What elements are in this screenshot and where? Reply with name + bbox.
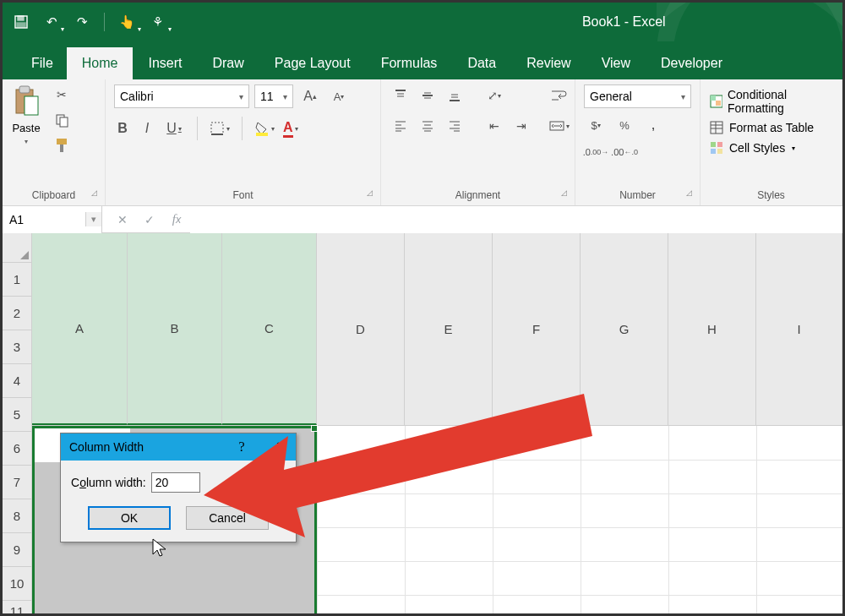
row-header[interactable]: 8 [3,499,32,533]
group-font: Calibri▾ 11▾ A▴ A▾ B I U▾ ▾ ▾ A▾ Font◿ [106,79,381,205]
row-header[interactable]: 11 [3,601,32,616]
underline-button[interactable]: U▾ [163,117,185,140]
styles-group-label: Styles [757,189,785,201]
row-header[interactable]: 4 [3,364,32,398]
tab-data[interactable]: Data [452,47,511,79]
conditional-formatting-button[interactable]: Conditional Formatting [709,88,833,115]
column-header[interactable]: C [222,233,317,425]
touch-mode-icon[interactable]: 👆▾ [115,10,139,34]
align-middle-icon[interactable] [417,84,439,106]
decrease-decimal-icon[interactable]: .00←.0 [613,142,636,162]
borders-icon[interactable]: ▾ [210,117,230,140]
close-icon[interactable]: ✕ [252,439,287,456]
copy-icon[interactable] [52,110,72,130]
row-header[interactable]: 10 [3,567,32,601]
align-bottom-icon[interactable] [444,84,466,106]
comma-format-icon[interactable]: , [641,115,665,135]
help-icon[interactable]: ? [232,439,252,455]
svg-rect-8 [57,139,67,144]
fill-color-icon[interactable]: ▾ [254,117,275,140]
ribbon: Paste ▾ ✂ Clipboard◿ Calibri▾ 11▾ A▴ A▾ [3,79,842,206]
align-right-icon[interactable] [444,115,466,137]
insert-function-icon[interactable]: fx [163,206,190,233]
number-group-label: Number [619,189,656,201]
tab-file[interactable]: File [18,47,67,79]
orientation-icon[interactable]: ⤢▾ [483,84,505,106]
column-header[interactable]: D [317,233,405,425]
quick-access-toolbar: ↶▾ ↷ 👆▾ ⚘▾ [9,3,169,41]
worksheet: 1 2 3 4 5 6 7 8 9 10 11 A B C D E F G H … [3,233,842,616]
cancel-button[interactable]: Cancel [186,506,269,530]
share-icon[interactable]: ⚘▾ [145,10,169,34]
decrease-font-icon[interactable]: A▾ [327,84,351,108]
tab-review[interactable]: Review [511,47,586,79]
chevron-down-icon[interactable]: ▾ [85,212,101,226]
row-header[interactable]: 9 [3,533,32,567]
italic-button[interactable]: I [139,117,155,140]
accounting-format-icon[interactable]: $ ▾ [584,115,608,135]
paste-button[interactable]: Paste ▾ [11,84,41,145]
cell-styles-button[interactable]: Cell Styles▾ [709,140,833,155]
name-box[interactable]: A1▾ [3,206,102,233]
svg-rect-10 [211,123,223,134]
column-width-input[interactable] [151,472,200,493]
tab-insert[interactable]: Insert [133,47,197,79]
alignment-launcher-icon[interactable]: ◿ [558,187,570,199]
font-family-select[interactable]: Calibri▾ [114,84,249,108]
percent-format-icon[interactable]: % [613,115,636,135]
bold-button[interactable]: B [114,117,131,140]
tab-draw[interactable]: Draw [197,47,259,79]
row-header[interactable]: 5 [3,398,32,432]
row-header[interactable]: 6 [3,432,32,466]
undo-icon[interactable]: ↶▾ [40,10,63,34]
column-header[interactable]: I [756,233,842,425]
save-icon[interactable] [9,10,33,34]
increase-decimal-icon[interactable]: .0.00→ [584,142,608,162]
tab-view[interactable]: View [586,47,646,79]
align-center-icon[interactable] [417,115,439,137]
cut-icon[interactable]: ✂ [52,84,72,105]
wrap-text-icon[interactable] [546,84,571,106]
decrease-indent-icon[interactable]: ⇤ [483,115,505,137]
number-format-select[interactable]: General▾ [584,84,691,108]
cancel-formula-icon[interactable]: ✕ [109,206,136,233]
tab-developer[interactable]: Developer [646,47,738,79]
clipboard-launcher-icon[interactable]: ◿ [88,187,100,199]
column-header[interactable]: B [128,233,222,425]
column-header[interactable]: E [405,233,493,425]
font-size-select[interactable]: 11▾ [254,84,293,108]
merge-center-icon[interactable]: ▾ [546,115,571,137]
align-top-icon[interactable] [390,84,412,106]
column-header[interactable]: H [668,233,756,425]
number-launcher-icon[interactable]: ◿ [683,187,695,199]
row-header[interactable]: 3 [3,330,32,364]
align-left-icon[interactable] [390,115,412,137]
enter-formula-icon[interactable]: ✓ [136,206,163,233]
ok-button[interactable]: OK [88,506,171,530]
svg-rect-38 [711,95,716,101]
format-painter-icon[interactable] [52,135,72,155]
svg-rect-9 [60,144,63,152]
column-header[interactable]: F [493,233,581,425]
format-as-table-button[interactable]: Format as Table [709,120,833,135]
fill-handle[interactable] [311,425,318,432]
tab-page-layout[interactable]: Page Layout [259,47,366,79]
svg-rect-4 [19,86,30,93]
column-header[interactable]: A [32,233,128,425]
svg-rect-1 [18,16,24,20]
row-header[interactable]: 2 [3,297,32,330]
font-color-icon[interactable]: A▾ [283,117,298,140]
column-header[interactable]: G [581,233,668,425]
tab-home[interactable]: Home [67,47,134,79]
alignment-group-label: Alignment [455,189,500,201]
font-launcher-icon[interactable]: ◿ [363,187,375,199]
redo-icon[interactable]: ↷ [70,10,94,34]
select-all-cell[interactable] [3,233,32,263]
row-header[interactable]: 1 [3,263,32,297]
increase-indent-icon[interactable]: ⇥ [510,115,532,137]
tab-formulas[interactable]: Formulas [366,47,453,79]
row-header[interactable]: 7 [3,466,32,499]
increase-font-icon[interactable]: A▴ [298,84,322,108]
clipboard-group-label: Clipboard [32,189,75,201]
formula-input[interactable] [190,206,842,233]
